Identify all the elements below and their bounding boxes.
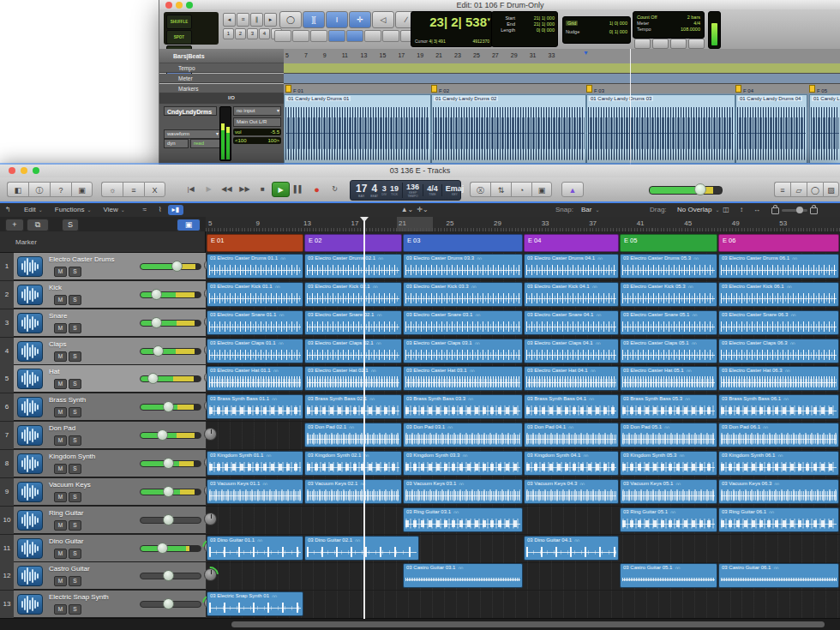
audio-region[interactable]: 03 Kingdom Synth 06.1∩∩ [718, 451, 839, 476]
track-lane-11[interactable]: 03 Dino Guitar 01.1∩∩03 Dino Guitar 02.1… [206, 535, 840, 563]
mute-button[interactable]: M [54, 379, 67, 389]
track-number-3[interactable]: 3 [0, 309, 15, 337]
track-name[interactable]: Electro Caster Drums [49, 255, 114, 263]
audio-region[interactable]: 03 Electro Caster Claps 05.1∩∩ [620, 339, 717, 363]
marker-lane-header[interactable]: Marker [0, 231, 206, 253]
audio-region[interactable]: 03 Electric Snap Synth 01∩∩ [207, 591, 303, 616]
audio-region[interactable]: 03 Don Pad 04.1∩∩ [524, 423, 619, 447]
track-name[interactable]: Don Pad [49, 424, 75, 432]
pt-pan-readout[interactable]: <100 100> [233, 137, 281, 144]
audio-region[interactable]: 03 Don Pad 02.1∩∩ [304, 423, 402, 447]
mute-button[interactable]: M [54, 520, 67, 531]
toolbar-toggle-icon[interactable]: ▣ [71, 182, 93, 197]
edit-function-button-5[interactable] [346, 30, 363, 42]
main-counter-display[interactable]: 23| 2| 538 ▾ Cursor 4| 3| 491 4912370 [411, 11, 493, 47]
solo-button[interactable]: S [69, 379, 81, 389]
track-header-7[interactable]: Don PadMS [14, 422, 206, 449]
selector-tool-icon[interactable]: I [326, 11, 348, 28]
solo-button[interactable]: S [69, 492, 81, 502]
grid-label[interactable]: Grid [566, 21, 578, 26]
edit-function-button-2[interactable] [292, 30, 309, 42]
nudge-back-icon[interactable]: ↰ [0, 203, 15, 217]
solo-button[interactable]: S [69, 323, 81, 333]
track-name[interactable]: Kingdom Synth [49, 453, 95, 460]
audio-region[interactable]: 03 Castro Guitar 05.1∩∩ [620, 563, 717, 588]
track-header-4[interactable]: ClapsMS [14, 338, 206, 365]
go-to-beginning-button[interactable]: |◀ [182, 182, 200, 197]
volume-slider[interactable] [140, 348, 201, 355]
solo-button[interactable]: S [69, 464, 81, 474]
pt-volume-readout[interactable]: vol -5.5 [233, 129, 281, 135]
pt-audio-region[interactable]: 01 Candy Landy Drums 04 [735, 94, 807, 164]
audio-region[interactable]: 03 Electro Caster Drums 06.1∩∩ [718, 254, 839, 279]
audio-region[interactable]: 03 Brass Synth Bass 02.1∩∩ [304, 394, 402, 419]
volume-thumb[interactable] [163, 401, 174, 412]
duplicate-track-icon[interactable]: ⧉ [27, 219, 49, 231]
audio-region[interactable]: 03 Electro Caster Kick 05.3∩∩ [620, 282, 717, 307]
volume-slider[interactable] [140, 320, 201, 327]
pause-button[interactable]: ▌▌ [290, 182, 308, 197]
track-header-11[interactable]: Dino GuitarMS [14, 535, 206, 562]
solo-button[interactable]: S [69, 407, 81, 417]
audio-region[interactable]: 03 Dino Guitar 01.1∩∩ [207, 536, 303, 561]
tracks-area[interactable]: 1Electro Caster DrumsMS03 Electro Caster… [0, 253, 840, 619]
mute-button[interactable]: M [54, 267, 67, 277]
arrangement-marker-e03[interactable]: E 03 [403, 234, 523, 252]
master-solo-button[interactable]: S [62, 219, 79, 231]
audio-region[interactable]: 03 Electro Caster Drums 04.1∩∩ [524, 254, 619, 279]
merge-icon[interactable] [670, 39, 687, 49]
solo-button[interactable]: S [69, 435, 81, 446]
pt-audio-region[interactable]: 01 Candy Landy Drums 03 [586, 94, 735, 164]
volume-slider[interactable] [140, 601, 201, 608]
pt-output-selector[interactable]: Main Out L/R [233, 117, 281, 127]
audio-region[interactable]: 03 Electro Caster Hat 03.1∩∩ [403, 366, 523, 391]
track-number-8[interactable]: 8 [0, 450, 15, 477]
nudge-value[interactable]: 0| 1| 000 [609, 29, 627, 34]
play-button[interactable]: ▶ [272, 182, 290, 197]
pt-audio-region[interactable]: 01 Candy Landy Drums 01 [284, 94, 431, 164]
arrangement-marker-e04[interactable]: E 04 [524, 234, 619, 252]
pt-input-selector[interactable]: no input ▾ [233, 106, 281, 116]
track-name[interactable]: Electric Snap Synth [49, 593, 109, 601]
volume-slider[interactable] [140, 545, 201, 552]
audio-region[interactable]: 03 Electro Caster Hat 01.1∩∩ [207, 366, 303, 391]
edit-function-button-3[interactable] [310, 30, 327, 42]
track-name[interactable]: Brass Synth [49, 396, 86, 404]
mute-button[interactable]: M [54, 435, 67, 446]
audio-region[interactable]: 03 Electro Caster Hat 04.1∩∩ [524, 366, 619, 391]
track-lane-4[interactable]: 03 Electro Caster Claps 01.1∩∩03 Electro… [206, 338, 840, 366]
audio-region[interactable]: 03 Castro Guitar 06.1∩∩ [718, 563, 839, 588]
loop-browser-icon[interactable]: ◯ [807, 182, 823, 197]
countoff-icon[interactable] [652, 39, 669, 49]
audio-region[interactable]: 03 Kingdom Synth 03.3∩∩ [403, 451, 523, 476]
counter-dropdown-icon[interactable]: ▾ [487, 16, 490, 23]
pt-track-view-selector[interactable]: waveform ▾ [164, 129, 221, 139]
metronome-button[interactable]: ▲ [561, 182, 584, 197]
volume-thumb[interactable] [163, 514, 174, 525]
audio-region[interactable]: 03 Electro Caster Claps 01.1∩∩ [207, 339, 303, 363]
audio-region[interactable]: 03 Electro Caster Claps 03.1∩∩ [403, 339, 523, 363]
metronome-icon[interactable] [634, 39, 651, 49]
automation-icon[interactable]: ≈ [137, 203, 153, 217]
trim-tool-icon[interactable]: ][ [303, 11, 325, 28]
vertical-zoom-icon[interactable]: ↕ [734, 203, 749, 217]
lcd-display[interactable]: 17BAR 4BEAT 3DIV 19TICK 136KEEP TEMPO 4/… [350, 180, 461, 201]
edit-function-button-7[interactable] [382, 30, 399, 42]
scrollbar-thumb[interactable] [231, 621, 825, 627]
vertical-zoom-slider[interactable] [782, 209, 807, 212]
audio-region[interactable]: 03 Electro Caster Hat 05.1∩∩ [620, 366, 717, 391]
edit-menu[interactable]: Edit [24, 203, 43, 217]
track-header-13[interactable]: Electric Snap SynthMS [14, 591, 206, 618]
mute-button[interactable]: M [54, 464, 67, 474]
nudge-label[interactable]: Nudge [566, 29, 579, 34]
grid-value[interactable]: 1| 0| 000 [609, 21, 627, 26]
audio-region[interactable]: 03 Ring Guitar 06.1∩∩ [718, 507, 839, 532]
pt-track-name[interactable]: CndyLndyDrms [164, 106, 217, 116]
audio-region[interactable]: 03 Dino Guitar 02.1∩∩ [304, 536, 419, 561]
audio-region[interactable]: 03 Vacuum Keys 05.1∩∩ [620, 479, 717, 504]
zoomer-tool-icon[interactable]: ◯ [279, 11, 302, 28]
volume-thumb[interactable] [171, 261, 183, 272]
audio-region[interactable]: 03 Brass Synth Bass 04.1∩∩ [524, 394, 619, 419]
shuffle-mode-button[interactable]: SHUFFLE [166, 15, 192, 29]
track-header-3[interactable]: SnareMS [14, 309, 206, 337]
